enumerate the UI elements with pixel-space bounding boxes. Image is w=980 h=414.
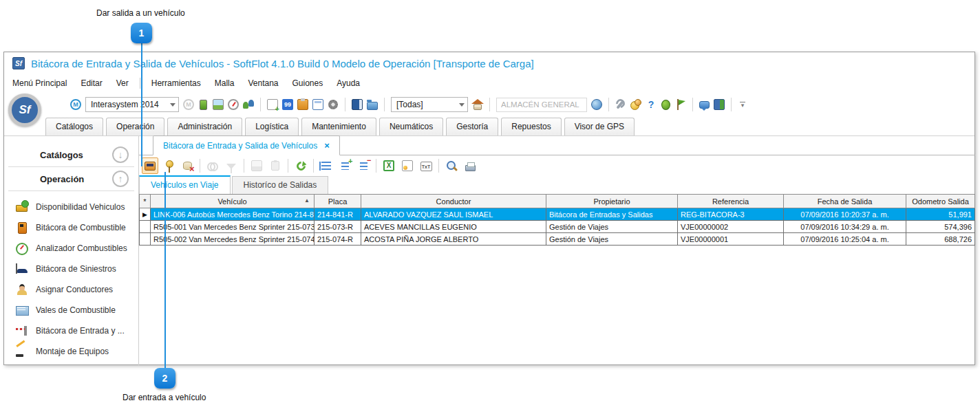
cell-propietario: Bitácora de Entradas y Salidas bbox=[546, 208, 678, 221]
cell-referencia: VJE00000001 bbox=[678, 233, 784, 246]
warehouse-field[interactable] bbox=[496, 98, 587, 112]
home-icon[interactable] bbox=[473, 104, 482, 110]
bug-icon[interactable] bbox=[661, 100, 670, 110]
module-tab-repuestos[interactable]: Repuestos bbox=[501, 118, 561, 135]
table-row[interactable]: ▶ LINK-006 Autobús Mercedes Benz Torino … bbox=[140, 208, 975, 221]
coins-icon[interactable] bbox=[630, 99, 641, 110]
sidebar-item-bitacora-entrada[interactable]: Bitácora de Entrada y ... bbox=[4, 320, 138, 341]
table-row[interactable]: R505-001 Van Mercedes Benz Sprinter 215-… bbox=[140, 221, 975, 233]
document-tab-strip: Bitácora de Entrada y Salida de Vehículo… bbox=[139, 136, 975, 155]
tab-vehiculos-en-viaje[interactable]: Vehículos en Viaje bbox=[139, 175, 231, 194]
book-icon[interactable] bbox=[352, 99, 363, 110]
close-icon[interactable]: × bbox=[324, 140, 330, 151]
tree-collapse-button[interactable] bbox=[355, 157, 372, 174]
column-header-placa[interactable]: Placa bbox=[315, 195, 361, 208]
note-edit-button[interactable] bbox=[399, 157, 416, 174]
print-preview-button[interactable] bbox=[443, 157, 460, 174]
grid-icon[interactable] bbox=[312, 99, 323, 110]
sidebar-section-catalogos[interactable]: Catálogos ↓ bbox=[4, 144, 138, 165]
sidebar-section-operacion[interactable]: Operación ↑ bbox=[4, 168, 138, 189]
collapse-arrow-icon[interactable]: ↓ bbox=[112, 146, 129, 163]
module-tab-visor-gps[interactable]: Visor de GPS bbox=[564, 118, 635, 135]
note-add-icon[interactable] bbox=[267, 99, 278, 110]
menu-item-ver[interactable]: Ver bbox=[116, 78, 129, 88]
tab-historico-de-salidas[interactable]: Historíco de Salidas bbox=[232, 176, 329, 194]
toolbar-separator bbox=[608, 98, 609, 111]
globe-icon[interactable] bbox=[591, 99, 602, 110]
gear-icon[interactable] bbox=[328, 100, 338, 109]
column-header-propietario[interactable]: Propietario bbox=[546, 195, 678, 208]
excel-export-button[interactable]: X bbox=[381, 157, 397, 174]
folder-icon[interactable] bbox=[367, 102, 378, 110]
toolbar-separator bbox=[384, 98, 385, 111]
menu-item-ayuda[interactable]: Ayuda bbox=[337, 78, 360, 88]
column-header-vehiculo[interactable]: Vehículo▲ bbox=[151, 195, 315, 208]
sidebar-item-analizador-combustibles[interactable]: Analizador Combustibles bbox=[4, 238, 138, 259]
document-tab[interactable]: Bitácora de Entrada y Salida de Vehículo… bbox=[153, 135, 340, 155]
picture-icon[interactable] bbox=[213, 99, 224, 110]
battery-icon[interactable] bbox=[200, 100, 207, 110]
vehicle-exit-button[interactable] bbox=[142, 157, 158, 174]
sidebar-item-bitacora-siniestros[interactable]: Bitácora de Siniestros bbox=[4, 259, 138, 279]
car-crash-icon bbox=[15, 262, 29, 276]
module-tab-administracion[interactable]: Administración bbox=[167, 118, 242, 135]
callout1-connector-line bbox=[141, 43, 142, 166]
people-icon[interactable] bbox=[243, 99, 254, 110]
cell-propietario: Gestión de Viajes bbox=[546, 221, 678, 233]
workspace-combobox[interactable]: Interasystem 2014 bbox=[85, 97, 179, 112]
badge-99-icon[interactable]: 99 bbox=[282, 99, 293, 110]
cell-placa: 215-074-R bbox=[315, 233, 361, 246]
chat-icon[interactable] bbox=[699, 101, 710, 109]
module-tab-operacion[interactable]: Operación bbox=[106, 118, 164, 135]
module-tab-catalogos[interactable]: Catálogos bbox=[45, 118, 103, 135]
menu-item-guiones[interactable]: Guiones bbox=[292, 78, 323, 88]
document-pane: Bitácora de Entrada y Salida de Vehículo… bbox=[139, 136, 975, 366]
toolbar-separator bbox=[288, 159, 288, 173]
sidebar-item-vales-combustible[interactable]: Vales de Combustible bbox=[4, 300, 138, 320]
column-header-referencia[interactable]: Referencia bbox=[678, 195, 784, 208]
clipboard-icon[interactable] bbox=[297, 99, 308, 110]
column-header-fecha-salida[interactable]: Fecha de Salida bbox=[784, 195, 906, 208]
toolbar-separator bbox=[692, 98, 693, 111]
module-tab-neumaticos[interactable]: Neumáticos bbox=[379, 118, 443, 135]
menu-item-menu-principal[interactable]: Menú Principal bbox=[12, 78, 67, 88]
m-circle-disabled-icon: M bbox=[183, 99, 194, 110]
vehicle-entry-button[interactable] bbox=[160, 157, 177, 174]
column-header-conductor[interactable]: Conductor bbox=[361, 195, 546, 208]
overflow-icon[interactable]: ▾ bbox=[738, 99, 747, 110]
exit-icon[interactable] bbox=[714, 99, 725, 110]
table-row[interactable]: R505-002 Van Mercedes Benz Sprinter 215-… bbox=[140, 233, 975, 246]
module-tab-mantenimiento[interactable]: Mantenimiento bbox=[301, 118, 376, 135]
menu-item-ventana[interactable]: Ventana bbox=[248, 78, 278, 88]
gauge-icon[interactable] bbox=[228, 99, 239, 110]
menu-item-editar[interactable]: Editar bbox=[81, 78, 102, 88]
module-tab-logistica[interactable]: Logística bbox=[245, 118, 299, 135]
print-icon bbox=[465, 165, 476, 171]
txt-export-button[interactable]: TxT bbox=[418, 157, 434, 174]
sidebar-item-disponibilidad-vehiculos[interactable]: Disponibilidad Vehiculos bbox=[4, 197, 138, 217]
menu-item-herramientas[interactable]: Herramientas bbox=[151, 78, 201, 88]
toolbar-separator bbox=[260, 98, 261, 111]
expand-arrow-icon[interactable]: ↑ bbox=[112, 171, 129, 187]
wrench-icon[interactable] bbox=[615, 99, 626, 110]
sidebar-item-montaje-equipos[interactable]: Montaje de Equipos bbox=[4, 341, 138, 362]
column-header-odometro-salida[interactable]: Odometro Salida bbox=[906, 195, 975, 208]
refresh-icon bbox=[295, 160, 307, 172]
flag-icon[interactable] bbox=[675, 99, 686, 110]
chevron-down-icon bbox=[170, 103, 175, 107]
refresh-button[interactable] bbox=[292, 157, 309, 174]
delete-record-button[interactable] bbox=[179, 157, 195, 174]
menu-separator bbox=[140, 78, 140, 89]
help-icon[interactable]: ? bbox=[646, 99, 657, 110]
module-tab-gestoria[interactable]: Gestoría bbox=[446, 118, 498, 135]
tree-list-button[interactable] bbox=[318, 157, 334, 174]
m-circle-icon[interactable]: M bbox=[70, 99, 81, 110]
sidebar-item-label: Bitácora de Entrada y ... bbox=[36, 326, 125, 336]
filter-combobox[interactable]: [Todas] bbox=[391, 97, 468, 112]
tree-expand-button[interactable] bbox=[337, 157, 353, 174]
sidebar-item-asignar-conductores[interactable]: Asignar Conductores bbox=[4, 279, 138, 300]
sidebar-item-bitacora-combustible[interactable]: Bitácora de Combustible bbox=[4, 217, 138, 238]
menu-item-malla[interactable]: Malla bbox=[215, 78, 235, 88]
truck-check-icon bbox=[15, 200, 29, 214]
print-button[interactable] bbox=[462, 157, 478, 174]
